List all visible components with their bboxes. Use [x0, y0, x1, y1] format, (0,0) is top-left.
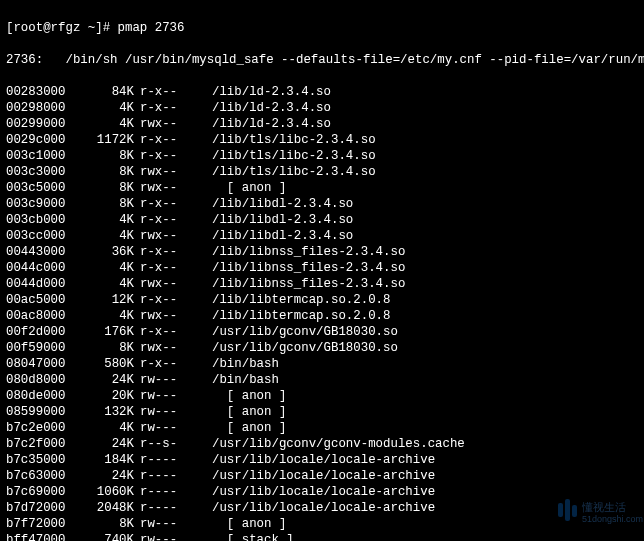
path-cell: [ anon ] [210, 404, 286, 420]
path-cell: /lib/ld-2.3.4.so [210, 116, 331, 132]
pmap-row: 003c50008Krwx-- [ anon ] [6, 180, 638, 196]
pmap-row: 003c30008Krwx--/lib/tls/libc-2.3.4.so [6, 164, 638, 180]
perm-cell: r---- [134, 500, 210, 516]
path-cell: /lib/ld-2.3.4.so [210, 84, 331, 100]
addr-cell: 00298000 [6, 100, 76, 116]
size-cell: 4K [76, 228, 134, 244]
perm-cell: r-x-- [134, 292, 210, 308]
size-cell: 740K [76, 532, 134, 541]
pmap-row: 08599000132Krw--- [ anon ] [6, 404, 638, 420]
size-cell: 4K [76, 276, 134, 292]
pmap-row: bff47000740Krw--- [ stack ] [6, 532, 638, 541]
shell-prompt[interactable]: [root@rfgz ~]# pmap 2736 [6, 20, 638, 36]
addr-cell: b7c63000 [6, 468, 76, 484]
perm-cell: rw--- [134, 532, 210, 541]
path-cell: /lib/libnss_files-2.3.4.so [210, 260, 405, 276]
size-cell: 1060K [76, 484, 134, 500]
perm-cell: rw--- [134, 404, 210, 420]
pmap-row: b7c690001060Kr----/usr/lib/locale/locale… [6, 484, 638, 500]
addr-cell: b7c69000 [6, 484, 76, 500]
perm-cell: rwx-- [134, 228, 210, 244]
size-cell: 4K [76, 260, 134, 276]
addr-cell: 003cc000 [6, 228, 76, 244]
pmap-row: 003cc0004Krwx--/lib/libdl-2.3.4.so [6, 228, 638, 244]
path-cell: /lib/libdl-2.3.4.so [210, 196, 353, 212]
addr-cell: 08047000 [6, 356, 76, 372]
pmap-row: b7c6300024Kr----/usr/lib/locale/locale-a… [6, 468, 638, 484]
pmap-header: 2736: /bin/sh /usr/bin/mysqld_safe --def… [6, 52, 638, 68]
path-cell: [ anon ] [210, 516, 286, 532]
perm-cell: r---- [134, 468, 210, 484]
perm-cell: rwx-- [134, 276, 210, 292]
addr-cell: 0044c000 [6, 260, 76, 276]
perm-cell: r-x-- [134, 84, 210, 100]
addr-cell: 00f2d000 [6, 324, 76, 340]
addr-cell: 080de000 [6, 388, 76, 404]
perm-cell: r---- [134, 452, 210, 468]
perm-cell: r-x-- [134, 148, 210, 164]
size-cell: 20K [76, 388, 134, 404]
path-cell: /usr/lib/locale/locale-archive [210, 452, 435, 468]
addr-cell: 00ac5000 [6, 292, 76, 308]
addr-cell: b7c2e000 [6, 420, 76, 436]
path-cell: /usr/lib/gconv/gconv-modules.cache [210, 436, 465, 452]
addr-cell: 00299000 [6, 116, 76, 132]
size-cell: 4K [76, 420, 134, 436]
size-cell: 4K [76, 100, 134, 116]
size-cell: 132K [76, 404, 134, 420]
addr-cell: 0029c000 [6, 132, 76, 148]
perm-cell: rw--- [134, 516, 210, 532]
perm-cell: r-x-- [134, 324, 210, 340]
perm-cell: rwx-- [134, 164, 210, 180]
size-cell: 24K [76, 372, 134, 388]
perm-cell: rw--- [134, 372, 210, 388]
addr-cell: 00283000 [6, 84, 76, 100]
pmap-row: 080d800024Krw---/bin/bash [6, 372, 638, 388]
path-cell: /lib/libdl-2.3.4.so [210, 228, 353, 244]
pmap-row: 0044300036Kr-x--/lib/libnss_files-2.3.4.… [6, 244, 638, 260]
perm-cell: r--s- [134, 436, 210, 452]
path-cell: [ anon ] [210, 388, 286, 404]
path-cell: /bin/bash [210, 356, 279, 372]
pmap-row: b7c35000184Kr----/usr/lib/locale/locale-… [6, 452, 638, 468]
perm-cell: r-x-- [134, 100, 210, 116]
path-cell: [ anon ] [210, 180, 286, 196]
path-cell: /usr/lib/gconv/GB18030.so [210, 340, 398, 356]
path-cell: /lib/libtermcap.so.2.0.8 [210, 308, 390, 324]
path-cell: /lib/libnss_files-2.3.4.so [210, 244, 405, 260]
addr-cell: b7f72000 [6, 516, 76, 532]
perm-cell: r---- [134, 484, 210, 500]
addr-cell: 003c5000 [6, 180, 76, 196]
addr-cell: 00ac8000 [6, 308, 76, 324]
addr-cell: 00443000 [6, 244, 76, 260]
perm-cell: rw--- [134, 420, 210, 436]
pmap-row: 0044c0004Kr-x--/lib/libnss_files-2.3.4.s… [6, 260, 638, 276]
pmap-row: b7c2e0004Krw--- [ anon ] [6, 420, 638, 436]
path-cell: /usr/lib/locale/locale-archive [210, 500, 435, 516]
path-cell: /bin/bash [210, 372, 279, 388]
pmap-row: 08047000580Kr-x--/bin/bash [6, 356, 638, 372]
addr-cell: b7c35000 [6, 452, 76, 468]
size-cell: 4K [76, 308, 134, 324]
pmap-row: b7f720008Krw--- [ anon ] [6, 516, 638, 532]
perm-cell: rwx-- [134, 116, 210, 132]
pmap-rows: 0028300084Kr-x--/lib/ld-2.3.4.so00298000… [6, 84, 638, 541]
addr-cell: 003cb000 [6, 212, 76, 228]
addr-cell: 003c3000 [6, 164, 76, 180]
addr-cell: 08599000 [6, 404, 76, 420]
path-cell: /usr/lib/locale/locale-archive [210, 468, 435, 484]
size-cell: 8K [76, 340, 134, 356]
size-cell: 24K [76, 468, 134, 484]
terminal-output: [root@rfgz ~]# pmap 2736 2736: /bin/sh /… [0, 0, 644, 541]
size-cell: 8K [76, 148, 134, 164]
pmap-row: 0029c0001172Kr-x--/lib/tls/libc-2.3.4.so [6, 132, 638, 148]
addr-cell: 003c1000 [6, 148, 76, 164]
path-cell: /lib/tls/libc-2.3.4.so [210, 148, 376, 164]
pmap-row: 00f590008Krwx--/usr/lib/gconv/GB18030.so [6, 340, 638, 356]
size-cell: 176K [76, 324, 134, 340]
perm-cell: r-x-- [134, 260, 210, 276]
addr-cell: 00f59000 [6, 340, 76, 356]
pmap-row: 00ac500012Kr-x--/lib/libtermcap.so.2.0.8 [6, 292, 638, 308]
pmap-row: 00ac80004Krwx--/lib/libtermcap.so.2.0.8 [6, 308, 638, 324]
path-cell: /lib/ld-2.3.4.so [210, 100, 331, 116]
